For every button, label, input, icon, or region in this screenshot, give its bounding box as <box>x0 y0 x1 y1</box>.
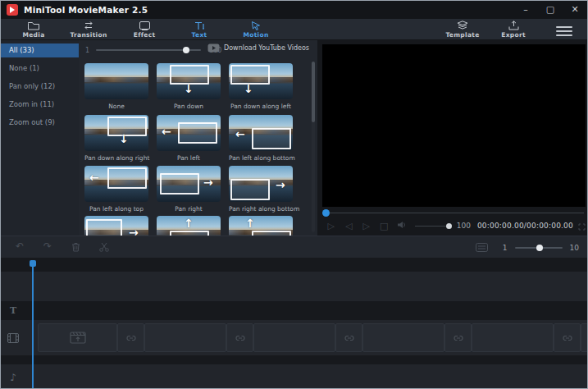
fullscreen-icon[interactable] <box>578 218 586 234</box>
video-track-icon <box>1 320 25 355</box>
tab-export[interactable]: Export <box>485 20 542 39</box>
playhead-handle[interactable] <box>30 260 36 267</box>
motion-item-pan-down-along-left[interactable]: ↓Pan down along left <box>229 63 293 110</box>
motion-item-pan-up-along-left[interactable]: ↑Pan up along left <box>229 216 293 236</box>
motion-thumbnail[interactable]: ↑ <box>157 216 221 236</box>
fit-timeline-icon[interactable] <box>476 240 488 255</box>
motion-item-label: Pan left <box>157 154 221 162</box>
sidebar-item-zoom[interactable]: Zoom in (11) <box>1 98 79 112</box>
motion-direction-arrow: ↓ <box>244 83 253 94</box>
link-icon <box>344 330 355 346</box>
volume-slider[interactable] <box>415 226 449 227</box>
volume-slider-handle[interactable] <box>446 223 452 229</box>
split-scissors-icon[interactable] <box>99 242 109 254</box>
transition-slot[interactable] <box>117 323 144 352</box>
app-logo-icon <box>7 4 18 16</box>
clip-slot[interactable] <box>144 323 226 352</box>
clip-slot[interactable] <box>362 323 444 352</box>
clip-slot[interactable] <box>253 323 335 352</box>
sidebar-item-zoom[interactable]: Zoom out (9) <box>1 116 79 130</box>
video-track[interactable] <box>1 320 587 355</box>
motion-thumbnail[interactable]: ↓ <box>157 63 221 99</box>
motion-direction-arrow: ↓ <box>184 83 194 94</box>
motion-direction-arrow: ↑ <box>184 217 194 229</box>
timeline-zoom-handle[interactable] <box>536 245 543 251</box>
add-media-slot[interactable] <box>38 323 117 352</box>
motion-item-pan-right-along-top[interactable]: →Pan right along top <box>84 216 148 236</box>
tab-media[interactable]: Media <box>5 20 62 39</box>
hamburger-menu-icon[interactable] <box>556 24 572 39</box>
motion-thumbnail[interactable]: ↓ <box>84 115 148 151</box>
seek-handle[interactable] <box>322 209 330 217</box>
clip-slot[interactable] <box>472 323 554 352</box>
motion-thumbnail[interactable]: → <box>229 166 293 202</box>
next-frame-button[interactable]: ▷ <box>358 221 375 231</box>
motion-direction-arrow: → <box>129 227 139 236</box>
motion-thumbnail[interactable]: ← <box>157 115 221 151</box>
music-track[interactable]: ♪ <box>1 364 587 389</box>
play-button[interactable]: ▷ <box>322 221 340 231</box>
timeline: T ♪ <box>1 258 587 389</box>
motion-item-pan-down-along-right[interactable]: ↓Pan down along right <box>84 115 148 162</box>
motion-item-pan-down[interactable]: ↓Pan down <box>157 63 221 110</box>
volume-icon[interactable] <box>393 221 410 231</box>
motion-thumbnail[interactable]: → <box>157 166 221 202</box>
tab-label: Export <box>501 31 526 39</box>
panel-scrollbar[interactable] <box>312 62 315 232</box>
motion-item-none[interactable]: None <box>84 63 148 110</box>
tab-effect[interactable]: Effect <box>116 20 173 39</box>
motion-item-pan-up[interactable]: ↑Pan up <box>157 216 221 236</box>
timeline-zoom-max: 10 <box>570 244 579 252</box>
playhead[interactable] <box>32 260 34 389</box>
duration-slider[interactable] <box>96 49 201 51</box>
stop-button[interactable]: □ <box>375 221 392 231</box>
motion-direction-arrow: → <box>276 179 285 190</box>
tab-motion[interactable]: Motion <box>227 20 285 39</box>
timeline-zoom-slider[interactable] <box>515 247 563 249</box>
transition-slot[interactable] <box>226 323 253 352</box>
clip-slot[interactable] <box>581 323 588 352</box>
motion-thumbnail[interactable]: → <box>84 216 148 236</box>
motion-item-label: Pan right <box>157 205 221 213</box>
sidebar-item-pan[interactable]: Pan only (12) <box>1 80 79 94</box>
motion-item-pan-right[interactable]: →Pan right <box>157 166 221 213</box>
transition-slot[interactable] <box>444 323 472 352</box>
redo-icon[interactable]: ↷ <box>43 240 52 252</box>
motion-item-pan-right-along-bottom[interactable]: →Pan right along bottom <box>229 166 293 213</box>
tab-label: Media <box>22 31 44 39</box>
motion-item-pan-left[interactable]: ←Pan left <box>157 115 221 162</box>
motion-frame-overlay <box>178 122 217 144</box>
tab-template[interactable]: Template <box>434 20 491 39</box>
video-preview[interactable] <box>322 44 586 207</box>
previous-frame-button[interactable]: ◁ <box>340 221 357 231</box>
sidebar-item-all[interactable]: All (33) <box>1 43 79 57</box>
timeline-zoom-min: 1 <box>503 244 508 252</box>
motion-item-pan-left-along-top[interactable]: ←Pan left along top <box>84 166 148 213</box>
download-youtube-button[interactable]: Download YouTube Videos <box>207 43 309 53</box>
motion-thumbnail[interactable]: ← <box>229 115 293 151</box>
undo-icon[interactable]: ↶ <box>16 240 24 252</box>
timecode: 00:00:00.00/00:00:00.00 <box>477 222 573 230</box>
minimize-button[interactable]: – <box>520 1 531 19</box>
transition-slot[interactable] <box>554 323 581 352</box>
motion-thumbnail[interactable] <box>84 63 148 99</box>
motion-thumbnail[interactable]: ↓ <box>229 63 293 99</box>
link-icon <box>235 330 246 346</box>
text-track[interactable]: T <box>1 301 587 320</box>
duration-slider-handle[interactable] <box>183 47 189 53</box>
close-button[interactable]: ✕ <box>569 1 581 19</box>
motion-thumbnail[interactable]: ← <box>84 166 148 202</box>
export-icon <box>508 21 519 30</box>
seek-bar[interactable] <box>326 213 584 213</box>
sidebar-item-none[interactable]: None (1) <box>1 62 79 76</box>
motion-direction-arrow: ↑ <box>245 217 255 229</box>
tab-transition[interactable]: Transition <box>60 20 117 39</box>
maximize-button[interactable]: ▢ <box>545 1 556 19</box>
motion-item-pan-left-along-bottom[interactable]: ←Pan left along bottom <box>229 115 293 162</box>
motion-item-label: Pan left along bottom <box>229 154 293 162</box>
timeline-ruler[interactable] <box>1 258 587 272</box>
transition-slot[interactable] <box>335 323 362 352</box>
tab-text[interactable]: Text <box>171 20 228 39</box>
motion-thumbnail[interactable]: ↑ <box>229 216 293 236</box>
delete-icon[interactable] <box>71 242 80 254</box>
